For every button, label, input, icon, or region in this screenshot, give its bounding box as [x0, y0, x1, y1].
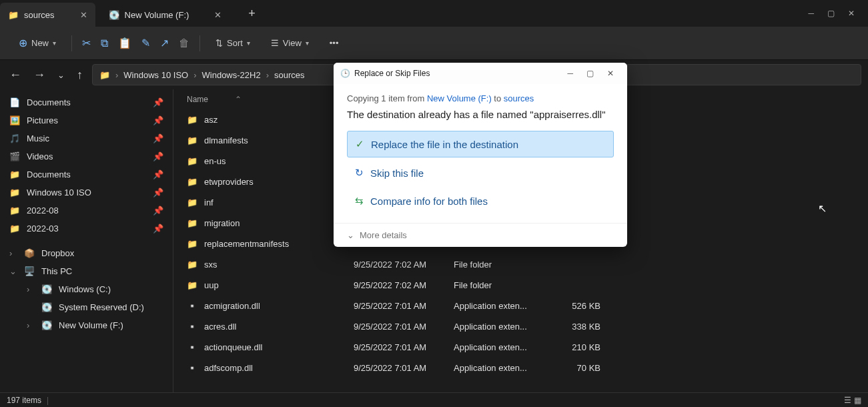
sidebar-item-windows-10-iso[interactable]: 📁Windows 10 ISO📌 [0, 183, 173, 201]
recent-button[interactable]: ⌄ [55, 67, 67, 83]
view-grid-icon[interactable]: ▦ [854, 396, 861, 405]
dialog-body: Copying 1 item from New Volume (F:) to s… [334, 84, 627, 223]
folder-icon: 📁 [187, 280, 197, 290]
tab-newvolume[interactable]: 💽 New Volume (F:) ✕ [101, 3, 230, 27]
copying-line: Copying 1 item from New Volume (F:) to s… [347, 93, 614, 103]
file-icon: ▫️ [187, 342, 197, 352]
sidebar-item-documents[interactable]: 📁Documents📌 [0, 165, 173, 183]
share-icon[interactable]: ↗ [160, 37, 169, 49]
copy-icon[interactable]: ⧉ [101, 37, 108, 49]
pin-icon[interactable]: 📌 [153, 97, 163, 107]
new-button[interactable]: ⊕New▾ [13, 34, 61, 52]
close-icon[interactable]: ✕ [214, 10, 222, 20]
separator [71, 35, 72, 51]
sidebar-item-windows-c-[interactable]: ›💽Windows (C:) [0, 280, 173, 298]
delete-icon[interactable]: 🗑 [179, 37, 189, 49]
forward-button[interactable]: → [31, 65, 48, 85]
up-button[interactable]: ↑ [74, 65, 85, 85]
file-row[interactable]: ▫️adfscomp.dll9/25/2022 7:01 AMApplicati… [173, 358, 868, 378]
view-button[interactable]: ☰View▾ [266, 35, 314, 51]
pin-icon[interactable]: 📌 [153, 224, 163, 234]
dropbox-icon: 📦 [24, 248, 35, 258]
new-tab-button[interactable]: + [243, 7, 261, 21]
close-window-icon[interactable]: ✕ [848, 9, 855, 18]
pin-icon[interactable]: 📌 [153, 133, 163, 143]
maximize-icon[interactable]: ▢ [827, 9, 835, 18]
pin-icon[interactable]: 📌 [153, 187, 163, 197]
video-icon: 🎬 [9, 151, 20, 161]
sidebar-item-videos[interactable]: 🎬Videos📌 [0, 147, 173, 165]
replace-option[interactable]: ✓ Replace the file in the destination [347, 131, 614, 157]
sort-button[interactable]: ⇅Sort▾ [210, 35, 256, 51]
sidebar-item-system-reserved-d-[interactable]: 💽System Reserved (D:) [0, 298, 173, 316]
sidebar-item-2022-08[interactable]: 📁2022-08📌 [0, 201, 173, 220]
doc-icon: 📄 [9, 97, 20, 107]
paste-icon[interactable]: 📋 [118, 37, 131, 49]
pin-icon[interactable]: 📌 [153, 151, 163, 161]
drive-icon: 💽 [41, 320, 52, 330]
file-row[interactable]: 📁uup9/25/2022 7:02 AMFile folder [173, 275, 868, 296]
folder-icon: 📁 [187, 260, 197, 270]
folder-icon: 📁 [187, 115, 197, 125]
compare-option[interactable]: ⇆ Compare info for both files [347, 188, 614, 214]
file-icon: ▫️ [187, 363, 197, 373]
chevron-icon[interactable]: › [9, 248, 17, 258]
file-icon: ▫️ [187, 301, 197, 311]
sidebar-item-documents[interactable]: 📄Documents📌 [0, 93, 173, 111]
sort-asc-icon: ⌃ [235, 95, 242, 104]
view-list-icon[interactable]: ☰ [844, 396, 851, 405]
chevron-down-icon: ⌄ [347, 230, 354, 240]
skip-option[interactable]: ↻ Skip this file [347, 160, 614, 185]
minimize-icon[interactable]: ─ [808, 9, 814, 18]
crumb[interactable]: Windows-22H2 [202, 70, 261, 80]
compare-icon: ⇆ [355, 195, 364, 207]
back-button[interactable]: ← [7, 65, 24, 85]
sidebar-item-dropbox[interactable]: ›📦Dropbox [0, 244, 173, 262]
file-row[interactable]: ▫️acres.dll9/25/2022 7:01 AMApplication … [173, 316, 868, 337]
close-icon[interactable]: ✕ [80, 10, 87, 20]
sidebar-item-this-pc[interactable]: ⌄🖥️This PC [0, 262, 173, 280]
pin-icon[interactable]: 📌 [153, 115, 163, 125]
pin-icon[interactable]: 📌 [153, 206, 163, 216]
rename-icon[interactable]: ✎ [141, 37, 150, 49]
folder-icon: 📁 [9, 224, 20, 234]
pin-icon[interactable]: 📌 [153, 169, 163, 179]
drive-icon: 💽 [41, 284, 52, 294]
close-icon[interactable]: ✕ [600, 69, 620, 78]
sidebar-item-pictures[interactable]: 🖼️Pictures📌 [0, 111, 173, 129]
replace-skip-dialog: 🕒 Replace or Skip Files ─ ▢ ✕ Copying 1 … [334, 63, 627, 247]
folder-icon: 📁 [9, 187, 20, 197]
chevron-icon[interactable]: ⌄ [9, 266, 17, 276]
src-link[interactable]: New Volume (F:) [427, 93, 492, 103]
separator [199, 35, 200, 51]
more-details[interactable]: ⌄ More details [334, 223, 627, 247]
minimize-icon[interactable]: ─ [560, 69, 580, 78]
folder-icon: 📁 [8, 10, 19, 20]
sidebar-item-music[interactable]: 🎵Music📌 [0, 129, 173, 147]
window-controls: ─ ▢ ✕ [795, 9, 868, 18]
dialog-titlebar: 🕒 Replace or Skip Files ─ ▢ ✕ [334, 63, 627, 84]
more-button[interactable]: ••• [324, 35, 344, 51]
cut-icon[interactable]: ✂ [82, 37, 91, 49]
sidebar-item-new-volume-f-[interactable]: ›💽New Volume (F:) [0, 316, 173, 334]
file-row[interactable]: ▫️acmigration.dll9/25/2022 7:01 AMApplic… [173, 296, 868, 316]
folder-icon: 📁 [9, 169, 20, 179]
dst-link[interactable]: sources [504, 93, 534, 103]
drive-icon: 💽 [109, 10, 119, 20]
mouse-cursor: ↖ [818, 202, 827, 215]
tab-sources[interactable]: 📁 sources ✕ [0, 3, 95, 27]
status-bar: 197 items | ☰ ▦ [0, 392, 868, 407]
maximize-icon[interactable]: ▢ [580, 69, 600, 78]
tab-label: New Volume (F:) [125, 10, 189, 20]
col-name[interactable]: Name [187, 95, 208, 104]
drive-icon: 💽 [41, 302, 52, 312]
chevron-icon[interactable]: › [27, 320, 35, 330]
sidebar-item-2022-03[interactable]: 📁2022-03📌 [0, 220, 173, 238]
crumb[interactable]: Windows 10 ISO [123, 70, 188, 80]
chevron-icon[interactable]: › [27, 284, 35, 294]
file-row[interactable]: ▫️actionqueue.dll9/25/2022 7:01 AMApplic… [173, 337, 868, 358]
file-row[interactable]: 📁sxs9/25/2022 7:02 AMFile folder [173, 254, 868, 275]
crumb[interactable]: sources [274, 70, 305, 80]
chevron-down-icon: ▾ [53, 39, 56, 47]
tab-label: sources [24, 10, 55, 20]
